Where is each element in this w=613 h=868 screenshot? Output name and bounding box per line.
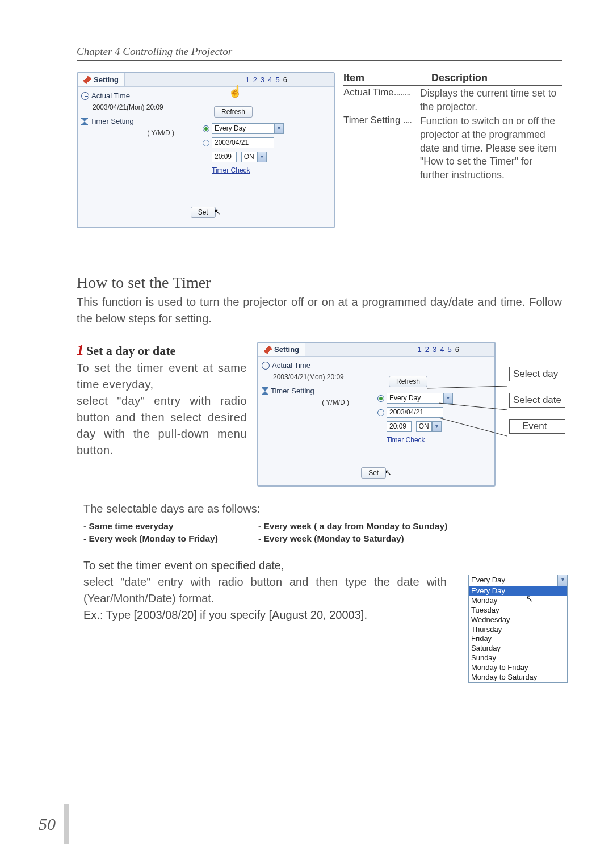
dropdown-value: Every Day <box>469 575 557 586</box>
actual-time-value: 2003/04/21(Mon) 20:09 <box>273 373 372 381</box>
ymd-label: ( Y/M/D ) <box>273 399 372 406</box>
day-opt-2: Every week ( a day from Monday to Sunday… <box>258 521 474 531</box>
page-link-2[interactable]: 2 <box>252 76 258 84</box>
page-number: 50 <box>39 815 56 834</box>
dd-item[interactable]: Monday <box>469 596 567 606</box>
chevron-down-icon[interactable]: ▾ <box>274 123 284 134</box>
day-opt-3: Every week (Monday to Friday) <box>83 534 254 544</box>
callout-select-date: Select date <box>509 393 565 408</box>
page-link-4[interactable]: 4 <box>439 345 445 354</box>
subpage-links[interactable]: 1 2 3 4 5 6 <box>239 73 294 86</box>
page-link-3[interactable]: 3 <box>259 76 266 84</box>
page-link-4[interactable]: 4 <box>267 76 273 84</box>
chevron-down-icon[interactable]: ▾ <box>257 152 267 162</box>
step-1-line2: select "day" entry with radio button and… <box>77 395 247 456</box>
step-1-title: 1Set a day or date <box>77 342 247 359</box>
page-link-5[interactable]: 5 <box>447 345 453 354</box>
date-radio[interactable] <box>377 409 384 416</box>
time-input[interactable]: 20:09 <box>387 421 412 432</box>
tab-label: Setting <box>274 345 299 354</box>
date-input[interactable]: 2003/04/21 <box>212 137 274 148</box>
timer-setting-row: Timer Setting <box>81 117 197 125</box>
timer-setting-label: Timer Setting <box>90 117 134 125</box>
day-radio[interactable] <box>377 395 384 402</box>
page-link-3[interactable]: 3 <box>431 345 438 354</box>
timer-setting-label: Timer Setting <box>271 387 314 395</box>
dd-item[interactable]: Saturday <box>469 644 567 653</box>
dd-item[interactable]: Wednesday <box>469 615 567 625</box>
refresh-button[interactable]: Refresh <box>214 106 253 118</box>
dd-item[interactable]: Monday to Friday <box>469 663 567 673</box>
actual-time-value: 2003/04/21(Mon) 20:09 <box>93 103 197 111</box>
dd-item[interactable]: Friday <box>469 634 567 644</box>
item-timer-setting: Timer Setting <box>343 115 400 125</box>
day-select[interactable]: Every Day <box>387 393 443 404</box>
actual-time-label: Actual Time <box>272 361 310 370</box>
page-link-6[interactable]: 6 <box>282 76 288 84</box>
day-radio[interactable] <box>203 125 209 132</box>
gear-icon <box>264 346 272 354</box>
timer-setting-row: Timer Setting <box>262 387 372 395</box>
page-link-1[interactable]: 1 <box>245 76 251 84</box>
item-actual-time: Actual Time <box>343 87 394 98</box>
day-opt-4: Every week (Monday to Saturday) <box>258 534 474 544</box>
timer-check-link[interactable]: Timer Check <box>387 436 425 444</box>
dd-item[interactable]: Every Day <box>469 586 567 596</box>
time-input[interactable]: 20:09 <box>212 152 237 162</box>
event-select[interactable]: ON <box>416 421 432 432</box>
desc-timer-setting: Function to switch on or off the project… <box>420 115 562 182</box>
date-radio[interactable] <box>203 140 209 146</box>
selectable-days-heading: The selectable days are as follows: <box>83 502 562 515</box>
hand-cursor-icon: ☝ <box>228 85 242 98</box>
clock-icon <box>262 362 270 370</box>
set-button[interactable]: Set <box>361 467 386 479</box>
arrow-cursor-icon: ↖ <box>214 207 221 216</box>
day-select[interactable]: Every Day <box>212 123 274 134</box>
section-heading: How to set the Timer <box>77 274 562 292</box>
settings-panel-2: Setting 1 2 3 4 5 6 Actu <box>257 342 496 487</box>
hourglass-icon <box>262 387 268 395</box>
date-input[interactable]: 2003/04/21 <box>387 407 443 418</box>
event-select[interactable]: ON <box>241 152 257 162</box>
refresh-button[interactable]: Refresh <box>389 376 427 387</box>
page-link-6[interactable]: 6 <box>454 345 460 354</box>
leader-dots: .... <box>403 115 412 125</box>
dd-item[interactable]: Monday to Saturday <box>469 673 567 682</box>
date-para-body: select "date" entry with radio button an… <box>83 576 447 605</box>
dd-item[interactable]: Thursday <box>469 625 567 635</box>
tab-label: Setting <box>94 76 119 84</box>
chevron-down-icon[interactable]: ▾ <box>557 575 567 586</box>
dropdown-list[interactable]: Every Day Monday Tuesday Wednesday Thurs… <box>469 586 567 682</box>
chevron-down-icon[interactable]: ▾ <box>432 421 442 432</box>
page-link-2[interactable]: 2 <box>424 345 430 354</box>
dd-item[interactable]: Tuesday <box>469 606 567 615</box>
section-intro: This function is used to turn the projec… <box>77 294 562 327</box>
actual-time-row: Actual Time <box>262 361 372 370</box>
page-number-decoration <box>64 804 69 844</box>
chevron-down-icon[interactable]: ▾ <box>443 393 453 404</box>
desc-actual-time: Displays the current time set to the pro… <box>420 87 562 114</box>
page-link-5[interactable]: 5 <box>275 76 281 84</box>
clock-icon <box>81 92 89 100</box>
callout-select-day: Select day <box>509 367 565 381</box>
dd-item[interactable]: Sunday <box>469 653 567 663</box>
arrow-cursor-icon: ↖ <box>526 593 533 604</box>
arrow-cursor-icon: ↖ <box>385 468 392 477</box>
hourglass-icon <box>81 118 88 125</box>
page-link-1[interactable]: 1 <box>417 345 423 354</box>
day-opt-1: Same time everyday <box>83 521 254 531</box>
day-dropdown-expanded[interactable]: Every Day ▾ Every Day Monday Tuesday Wed… <box>468 575 568 683</box>
leader-dots: ........ <box>394 87 411 98</box>
date-para-title: To set the timer event on specified date… <box>83 559 284 572</box>
set-button[interactable]: Set <box>191 207 216 218</box>
gear-icon <box>83 76 91 84</box>
header-item: Item <box>343 72 431 84</box>
description-table: Item Description Actual Time........ Dis… <box>343 72 562 228</box>
subpage-links[interactable]: 1 2 3 4 5 6 <box>411 343 466 356</box>
callout-event: Event <box>509 419 565 434</box>
timer-check-link[interactable]: Timer Check <box>212 166 250 174</box>
tab-setting[interactable]: Setting <box>78 73 125 86</box>
date-para-example: Ex.: Type [2003/08/20] if you specify [A… <box>83 609 367 621</box>
tab-setting[interactable]: Setting <box>258 343 305 356</box>
header-description: Description <box>431 72 488 84</box>
